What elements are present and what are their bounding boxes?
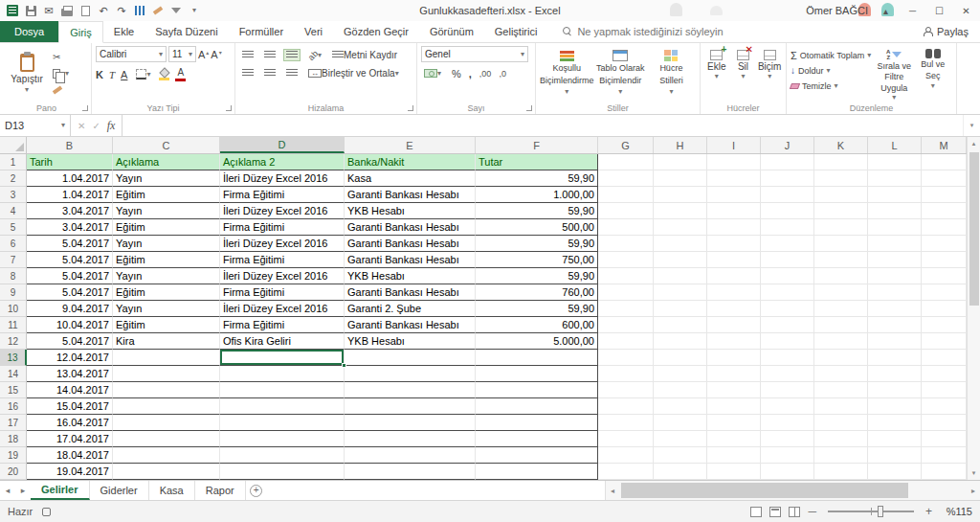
cell-B8[interactable]: 5.04.2017 xyxy=(27,268,113,284)
cell-C9[interactable]: Eğitim xyxy=(113,284,220,301)
print-icon[interactable] xyxy=(61,5,73,17)
cell-G4[interactable] xyxy=(598,203,654,219)
fill-button[interactable]: ↓ Doldur ▾ xyxy=(791,64,875,77)
cell-H13[interactable] xyxy=(654,350,707,366)
tab-gorunum[interactable]: Görünüm xyxy=(419,21,484,42)
cell-L13[interactable] xyxy=(868,350,922,366)
cell-I18[interactable] xyxy=(707,431,761,447)
tell-me-input[interactable] xyxy=(577,26,745,37)
cell-D2[interactable]: İleri Düzey Excel 2016 xyxy=(220,170,345,187)
cell-D10[interactable]: İleri Düzey Excel 2016 xyxy=(220,301,345,317)
cell-J2[interactable] xyxy=(761,170,814,187)
row-header-14[interactable]: 14 xyxy=(0,366,27,382)
cell-J13[interactable] xyxy=(761,350,814,366)
cell-D1[interactable]: Açıklama 2 xyxy=(220,154,345,170)
format-painter-button[interactable] xyxy=(53,83,69,96)
cell-D3[interactable]: Firma Eğitimi xyxy=(220,187,345,203)
page-break-view-icon[interactable] xyxy=(789,507,800,517)
cell-H3[interactable] xyxy=(654,187,707,203)
cell-J14[interactable] xyxy=(761,366,814,382)
cell-C11[interactable]: Eğitim xyxy=(113,317,220,333)
cell-H9[interactable] xyxy=(654,284,707,301)
scroll-up-icon[interactable]: ▴ xyxy=(968,137,980,150)
paste-dropdown-icon[interactable]: ▾ xyxy=(25,86,29,94)
cell-M20[interactable] xyxy=(922,464,967,480)
column-header-F[interactable]: F xyxy=(476,137,598,153)
cell-B15[interactable]: 14.04.2017 xyxy=(27,382,113,398)
scroll-right-icon[interactable]: ▸ xyxy=(967,487,980,495)
user-name[interactable]: Ömer BAĞCI xyxy=(806,5,868,16)
cell-C6[interactable]: Yayın xyxy=(113,236,220,252)
cell-F2[interactable]: 59,90 xyxy=(476,170,598,187)
tell-me-search[interactable] xyxy=(563,21,745,42)
align-right-button[interactable] xyxy=(283,67,301,79)
name-box-dropdown-icon[interactable]: ▾ xyxy=(61,122,65,129)
close-button[interactable]: ✕ xyxy=(957,6,975,16)
cell-H1[interactable] xyxy=(654,154,707,170)
cell-L19[interactable] xyxy=(868,447,922,464)
cell-J5[interactable] xyxy=(761,219,814,236)
cancel-icon[interactable]: ✕ xyxy=(78,121,85,131)
cell-H8[interactable] xyxy=(654,268,707,284)
wrap-text-button[interactable]: Metni Kaydır xyxy=(329,48,400,62)
cell-D16[interactable] xyxy=(220,398,345,415)
cell-M9[interactable] xyxy=(922,284,967,301)
row-header-4[interactable]: 4 xyxy=(0,203,27,219)
cell-M7[interactable] xyxy=(922,252,967,268)
cell-K14[interactable] xyxy=(814,366,868,382)
cell-J1[interactable] xyxy=(761,154,814,170)
cell-E13[interactable] xyxy=(345,350,476,366)
cell-E17[interactable] xyxy=(345,415,476,431)
cell-G8[interactable] xyxy=(598,268,654,284)
sheet-nav-right-icon[interactable]: ▸ xyxy=(15,481,31,500)
cell-E8[interactable]: YKB Hesabı xyxy=(345,268,476,284)
cell-M1[interactable] xyxy=(922,154,967,170)
enter-icon[interactable]: ✓ xyxy=(92,121,100,131)
row-header-10[interactable]: 10 xyxy=(0,301,27,317)
cell-F6[interactable]: 59,90 xyxy=(476,236,598,252)
cell-J15[interactable] xyxy=(761,382,814,398)
tab-giris[interactable]: Giriş xyxy=(58,21,103,43)
cell-I7[interactable] xyxy=(707,252,761,268)
cell-K15[interactable] xyxy=(814,382,868,398)
column-header-C[interactable]: C xyxy=(113,137,220,153)
align-left-button[interactable] xyxy=(239,67,256,79)
cell-F13[interactable] xyxy=(476,350,598,366)
cell-C12[interactable]: Kira xyxy=(113,333,220,350)
undo-icon[interactable]: ↶ xyxy=(98,5,109,17)
cell-F19[interactable] xyxy=(476,447,598,464)
tab-veri[interactable]: Veri xyxy=(294,21,333,42)
cell-C13[interactable] xyxy=(113,350,220,366)
column-header-H[interactable]: H xyxy=(654,137,707,153)
ribbon-display-options-button[interactable]: ▴ xyxy=(877,6,895,16)
cell-D6[interactable]: İleri Düzey Excel 2016 xyxy=(220,236,345,252)
autosum-button[interactable]: Σ Otomatik Toplam ▾ xyxy=(791,49,875,61)
font-size-combo[interactable]: 11▾ xyxy=(168,46,196,62)
cell-G17[interactable] xyxy=(598,415,654,431)
insert-cells-button[interactable]: + Ekle ▾ xyxy=(704,46,729,102)
cell-G16[interactable] xyxy=(598,398,654,415)
cell-K20[interactable] xyxy=(814,464,868,480)
cell-E3[interactable]: Garanti Bankası Hesabı xyxy=(345,187,476,203)
cell-B7[interactable]: 5.04.2017 xyxy=(27,252,113,268)
cell-D7[interactable]: Firma Eğitimi xyxy=(220,252,345,268)
cell-G7[interactable] xyxy=(598,252,654,268)
row-header-1[interactable]: 1 xyxy=(0,154,27,170)
cell-I3[interactable] xyxy=(707,187,761,203)
cell-C18[interactable] xyxy=(113,431,220,447)
share-button[interactable]: Paylaş xyxy=(923,21,980,42)
cell-K3[interactable] xyxy=(814,187,868,203)
cell-M19[interactable] xyxy=(922,447,967,464)
cell-F16[interactable] xyxy=(476,398,598,415)
cell-C14[interactable] xyxy=(113,366,220,382)
minimize-button[interactable]: ─ xyxy=(903,6,922,16)
row-header-18[interactable]: 18 xyxy=(0,431,27,447)
cell-E12[interactable]: YKB Hesabı xyxy=(345,333,476,350)
cell-G6[interactable] xyxy=(598,236,654,252)
bold-button[interactable]: K xyxy=(96,69,103,80)
cell-C15[interactable] xyxy=(113,382,220,398)
sheet-tab-gelirler[interactable]: Gelirler xyxy=(31,481,90,500)
cell-L3[interactable] xyxy=(868,187,922,203)
cell-L1[interactable] xyxy=(868,154,922,170)
cell-I10[interactable] xyxy=(707,301,761,317)
